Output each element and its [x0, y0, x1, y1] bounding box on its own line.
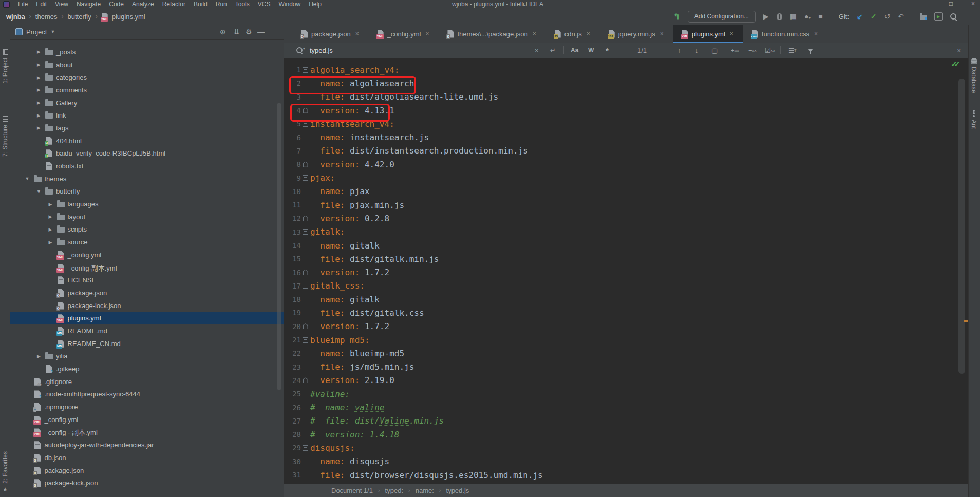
history-icon[interactable]: ↺ [884, 13, 891, 20]
collapse-arrow-icon[interactable]: ▼ [24, 176, 31, 181]
words-toggle[interactable]: W [588, 43, 594, 58]
select-all-occurrences-icon[interactable]: ☑xx [765, 43, 775, 58]
tool-button-2-favorites[interactable]: 2: Favorites★ [0, 451, 10, 493]
tree-item-db-json[interactable]: {}db.json [10, 451, 284, 464]
tab-close-icon[interactable]: × [660, 30, 664, 37]
project-panel-title[interactable]: Project [26, 28, 47, 36]
expand-arrow-icon[interactable]: ▶ [35, 125, 42, 130]
coverage-icon[interactable]: ▦ [790, 13, 797, 20]
add-configuration-button[interactable]: Add Configuration... [688, 11, 756, 23]
regex-toggle[interactable]: * [606, 43, 609, 58]
tab-function-min-css[interactable]: cssfunction.min.css× [743, 25, 827, 43]
prev-occurrence-icon[interactable]: ↑ [677, 43, 681, 58]
breadcrumb-wjnba[interactable]: wjnba [6, 13, 25, 21]
tree-item-butterfly[interactable]: ▼butterfly [10, 185, 284, 198]
tree-item-scripts[interactable]: ▶scripts [10, 223, 284, 236]
expand-arrow-icon[interactable]: ▶ [35, 49, 42, 54]
menu-view[interactable]: View [51, 1, 72, 8]
minimize-icon[interactable]: — [925, 0, 931, 7]
fold-icon[interactable] [303, 337, 308, 343]
tree-item-about[interactable]: ▶about [10, 59, 284, 71]
tool-button-database[interactable]: Database [969, 58, 979, 93]
tree-item-comments[interactable]: ▶comments [10, 84, 284, 97]
menu-run[interactable]: Run [212, 1, 231, 8]
add-occurrence-icon[interactable]: +xx [731, 43, 739, 58]
git-update-icon[interactable]: ↙ [857, 12, 863, 21]
expand-arrow-icon[interactable]: ▶ [35, 75, 42, 80]
expand-arrow-icon[interactable]: ▶ [35, 100, 42, 105]
tree-item-yilia[interactable]: ▶yilia [10, 350, 284, 363]
chevron-down-icon[interactable]: ▼ [50, 29, 55, 34]
breadcrumb-plugins-yml[interactable]: plugins.yml [112, 13, 145, 21]
fold-icon[interactable] [303, 175, 308, 181]
tree-item-layout[interactable]: ▶layout [10, 211, 284, 223]
tab-config-yml[interactable]: YML_config.yml× [368, 25, 439, 43]
version-lock-icon[interactable] [303, 323, 308, 329]
status-crumb-document-1-1[interactable]: Document 1/1 [331, 487, 373, 494]
tab-themes-package-json[interactable]: {}themes\...\package.json× [438, 25, 545, 43]
newline-icon[interactable]: ↵ [550, 43, 556, 58]
collapse-all-icon[interactable]: ⇊ [234, 25, 240, 39]
find-in-selection-icon[interactable]: ▢ [711, 43, 718, 58]
tree-item-gallery[interactable]: ▶Gallery [10, 97, 284, 109]
tab-cdn-js[interactable]: JScdn.js× [545, 25, 599, 43]
project-structure-icon[interactable] [920, 15, 927, 20]
stop-icon[interactable]: ■ [818, 13, 822, 20]
version-lock-icon[interactable] [303, 162, 308, 167]
search-everywhere-icon[interactable] [950, 13, 956, 20]
fold-icon[interactable] [303, 67, 308, 73]
fold-icon[interactable] [303, 229, 308, 235]
close-search-icon[interactable]: × [957, 43, 961, 58]
tab-close-icon[interactable]: × [533, 30, 536, 37]
status-crumb-name[interactable]: name: [416, 487, 434, 494]
tree-scrollbar[interactable] [277, 103, 281, 390]
tree-item-tags[interactable]: ▶tags [10, 122, 284, 135]
sort-icon[interactable]: ☰T [788, 43, 796, 58]
menu-analyze[interactable]: Analyze [128, 1, 158, 8]
tool-button-7-structure[interactable]: 7: Structure [0, 116, 10, 157]
tab-close-icon[interactable]: × [425, 30, 429, 37]
expand-arrow-icon[interactable]: ▶ [35, 62, 42, 67]
tree-item-readme-cn-md[interactable]: MDREADME_CN.md [10, 337, 284, 350]
expand-arrow-icon[interactable]: ▶ [47, 214, 54, 219]
hide-panel-icon[interactable]: — [257, 25, 265, 39]
tree-item-package-json[interactable]: {}package.json [10, 286, 284, 299]
error-stripe-mark[interactable] [964, 320, 968, 322]
menu-vcs[interactable]: VCS [254, 1, 275, 8]
menu-tools[interactable]: Tools [231, 1, 254, 8]
tree-item-readme-md[interactable]: MDREADME.md [10, 324, 284, 337]
tree-item-404-html[interactable]: H404.html [10, 135, 284, 147]
breadcrumb-butterfly[interactable]: butterfly [67, 13, 91, 21]
tree-item-themes[interactable]: ▼themes [10, 173, 284, 185]
menu-build[interactable]: Build [190, 1, 212, 8]
tab-jquery-min-js[interactable]: 101jquery.min.js× [599, 25, 673, 43]
tree-item-languages[interactable]: ▶languages [10, 198, 284, 211]
tree-item-gitkeep[interactable]: ?.gitkeep [10, 362, 284, 375]
menu-help[interactable]: Help [305, 1, 326, 8]
version-lock-icon[interactable] [303, 377, 308, 383]
profiler-icon[interactable]: ●▾ [804, 13, 811, 20]
expand-arrow-icon[interactable]: ▶ [35, 354, 42, 359]
editor-scrollbar[interactable] [958, 79, 965, 374]
run-icon[interactable]: ▶ [763, 13, 769, 20]
tree-item-config-yml[interactable]: YML_config.yml [10, 249, 284, 261]
expand-arrow-icon[interactable]: ▶ [35, 113, 42, 118]
tool-button-ant[interactable]: Ant [969, 109, 979, 129]
clear-search-icon[interactable]: × [535, 43, 539, 58]
locate-file-icon[interactable]: ⊕ [220, 25, 226, 39]
tree-item-node-xmlhttprequest-sync-6444[interactable]: ?.node-xmlhttprequest-sync-6444 [10, 388, 284, 401]
expand-arrow-icon[interactable]: ▶ [47, 202, 54, 207]
debug-icon[interactable] [777, 13, 782, 20]
tree-item-robots-txt[interactable]: robots.txt [10, 160, 284, 173]
tab-close-icon[interactable]: × [814, 30, 818, 37]
breadcrumb-themes[interactable]: themes [35, 13, 58, 21]
git-commit-icon[interactable]: ✓ [871, 12, 877, 21]
tab-close-icon[interactable]: × [587, 30, 590, 37]
version-lock-icon[interactable] [303, 270, 308, 275]
expand-arrow-icon[interactable]: ▶ [35, 87, 42, 92]
tab-plugins-yml[interactable]: YMLplugins.yml× [673, 25, 743, 43]
tree-item-autodeploy-jar-with-dependencies-jar[interactable]: autodeploy-jar-with-dependencies.jar [10, 438, 284, 451]
search-input[interactable]: typed.js [310, 43, 333, 58]
menu-file[interactable]: File [14, 1, 32, 8]
gear-icon[interactable]: ⚙ [246, 25, 252, 39]
